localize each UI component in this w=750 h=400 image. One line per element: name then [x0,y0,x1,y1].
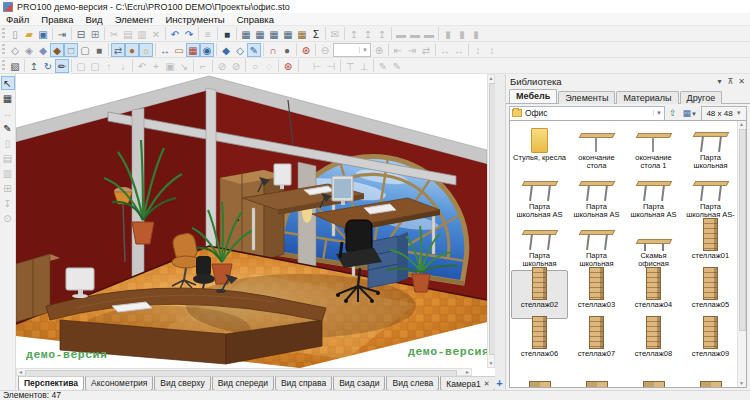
align-center-icon[interactable]: ▬ [408,27,422,41]
dimensions-icon[interactable]: ↔ [158,43,172,57]
new-file-icon[interactable]: ▯ [8,27,22,41]
stretch-v1-icon[interactable]: ↕ [471,43,485,57]
toolbar-grip[interactable] [2,28,5,39]
note-b-icon[interactable]: ✎ [390,59,404,73]
library-tab-Материалы[interactable]: Материалы [616,91,678,104]
bring-down-icon[interactable]: ↓ [116,59,130,73]
report-materials-icon[interactable]: ▦ [281,27,295,41]
collisions-icon[interactable]: ⊛ [299,43,313,57]
library-item-стулья-кресла[interactable]: Стулья, кресла [511,123,568,172]
move-swap-icon[interactable]: ⇄ [419,43,433,57]
select-area-icon[interactable]: ▧ [8,59,22,73]
lighting-icon[interactable]: ☼ [139,43,153,57]
valign-middle-icon[interactable]: ▮ [455,27,469,41]
object-settings-icon[interactable]: ⊛ [281,59,295,73]
library-item-парта-школьная-freshman[interactable]: Парта школьная Freshman [568,221,625,270]
render-view-icon[interactable]: ■ [220,27,234,41]
library-item-стеллаж09[interactable]: стеллаж09 [682,319,739,368]
panel-pin-icon[interactable]: ⊼ [725,77,736,86]
redo-icon[interactable]: ↷ [182,27,196,41]
view-tab-вид-сзади[interactable]: Вид сзади [333,376,385,391]
library-item-стеллаж05[interactable]: стеллаж05 [682,270,739,319]
menu-help[interactable]: Справка [231,14,280,25]
library-item[interactable] [625,368,682,388]
zoom-in-icon[interactable]: ⊕ [372,43,386,57]
scroll-right-icon[interactable]: ► [464,369,471,376]
align-top-a-icon[interactable]: ⊤ [343,59,357,73]
view-tab-перспектива[interactable]: Перспектива [18,376,84,391]
pin-c-icon[interactable]: ↥ [375,27,389,41]
mail-icon[interactable]: ✉ [328,27,342,41]
library-item-скамья-офисная[interactable]: Скамья офисная [625,221,682,270]
align-left-icon[interactable]: ▬ [394,27,408,41]
library-item[interactable] [568,368,625,388]
library-item-стеллаж08[interactable]: стеллаж08 [625,319,682,368]
sheet-tool-icon[interactable]: ▯ [1,136,15,150]
library-item-стеллаж02[interactable]: стеллаж02 [511,270,568,319]
toolbar-grip[interactable] [2,44,5,55]
move-object-icon[interactable]: + [149,59,163,73]
view-tab-вид-слева[interactable]: Вид слева [386,376,439,391]
library-item-парта-школьная-double-popular[interactable]: Парта школьная double popular [511,221,568,270]
panel-minimize-icon[interactable]: ▾ [714,77,725,86]
paste-icon[interactable]: ▥ [135,27,149,41]
stretch-v2-icon[interactable]: ↕ [485,43,499,57]
properties-icon[interactable]: ≡ [201,27,215,41]
cut-icon[interactable]: ✂ [107,27,121,41]
export-icon[interactable]: ⇥ [55,27,69,41]
scale-object-icon[interactable]: ↘ [177,59,191,73]
library-scrollbar[interactable]: ▲ ▼ [737,121,746,387]
group-icon[interactable]: ▢ [74,59,88,73]
monitor-right[interactable] [332,176,353,205]
library-item-стеллаж07[interactable]: стеллаж07 [568,319,625,368]
lock-object-icon[interactable]: ▣ [163,59,177,73]
align-top-b-icon[interactable]: ⊥ [357,59,371,73]
library-item-парта-школьная-as-1c[interactable]: Парта школьная AS-1C [682,172,739,221]
note-a-icon[interactable]: ✎ [376,59,390,73]
folder-up-button[interactable]: ⇧ [667,106,679,120]
room-elements-icon[interactable]: ▦ [1,91,15,105]
measure-tool-icon[interactable]: ↔ [1,106,15,120]
room-semi-icon[interactable]: ▢ [78,43,92,57]
move-right-icon[interactable]: ⇥ [405,43,419,57]
report-cutting-icon[interactable]: ▦ [253,27,267,41]
pencil-tool-icon[interactable]: ✎ [1,121,15,135]
magnet-icon[interactable]: ∩ [266,43,280,57]
thumbnail-view-button[interactable]: ▦▼ [681,106,699,120]
library-tab-Другое[interactable]: Другое [680,91,723,104]
panel-close-icon[interactable]: ✕ [736,77,747,86]
3d-viewport[interactable]: демо-версия демо-версия [16,74,487,368]
menu-edit[interactable]: Правка [35,14,79,25]
panel-splitter[interactable] [495,74,505,390]
library-item-парта-школьная[interactable]: Парта школьная [682,123,739,172]
monitor-center[interactable] [274,164,291,189]
library-tab-Элементы[interactable]: Элементы [558,91,615,104]
summary-icon[interactable]: Σ [309,27,323,41]
library-item-стеллаж01[interactable]: стеллаж01 [682,221,739,270]
view-tab-вид-справа[interactable]: Вид справа [275,376,332,391]
zoom-out-icon[interactable]: ⊖ [318,43,332,57]
menu-element[interactable]: Элемент [109,14,160,25]
stretch-h2-icon[interactable]: ↔ [452,43,466,57]
open-file-icon[interactable]: ▰ [22,27,36,41]
combo-arrow-icon[interactable]: ▼ [736,110,742,116]
library-item-парта-школьная-as-single[interactable]: Парта школьная AS single [568,172,625,221]
library-item-стеллаж04[interactable]: стеллаж04 [625,270,682,319]
report-price-icon[interactable]: ▦ [239,27,253,41]
view-colors-icon[interactable]: ◆ [36,43,50,57]
save-file-icon[interactable]: ▣ [36,27,50,41]
library-item[interactable] [511,368,568,388]
view-wireframe-icon[interactable]: ◇ [8,43,22,57]
library-item-парта-школьная-as-double[interactable]: Парта школьная AS double [511,172,568,221]
view-tab-вид-спереди[interactable]: Вид спереди [212,376,274,391]
autoplace-icon[interactable]: ⇄ [111,43,125,57]
camera-close-icon[interactable]: ✕ [484,378,490,390]
print-icon[interactable]: ⊟ [74,27,88,41]
viewport-vertical-scrollbar[interactable]: ▲ ▼ [487,74,495,368]
report-accessories-icon[interactable]: ▦ [295,27,309,41]
valign-bottom-icon[interactable]: ▮ [469,27,483,41]
select-tool-icon[interactable]: ↖ [1,76,15,90]
library-item[interactable] [682,368,739,388]
show-all-icon[interactable]: ◉ [200,43,214,57]
delete-icon[interactable]: ✕ [149,27,163,41]
